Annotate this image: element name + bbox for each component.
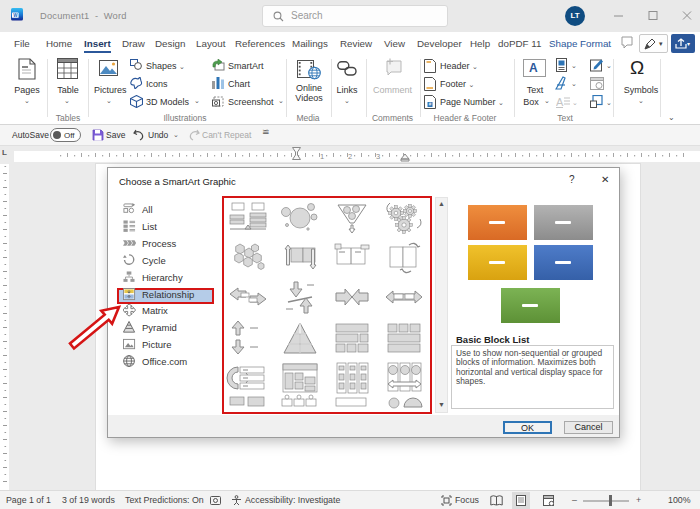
- svg-text:2: 2: [348, 152, 352, 161]
- svg-text:W: W: [13, 13, 18, 18]
- svg-text:1: 1: [320, 152, 324, 161]
- svg-text:3: 3: [376, 152, 380, 161]
- svg-text:A: A: [556, 96, 564, 108]
